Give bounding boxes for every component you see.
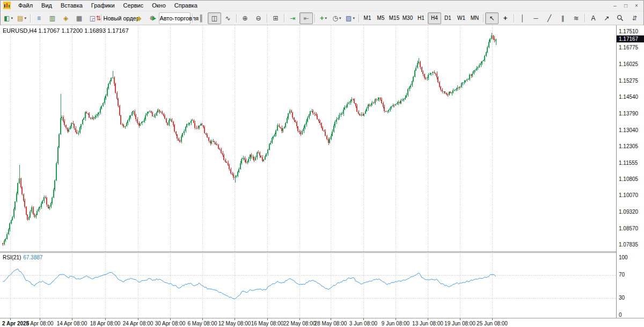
profiles-icon: ▤ [17,15,23,21]
periods-button[interactable]: ◷▾ [330,12,343,24]
menu-insert[interactable]: Вставка [56,1,87,10]
time-axis[interactable]: 2 Apr 20258 Apr 08:0014 Apr 08:0018 Apr … [0,318,644,327]
menu-file[interactable]: Файл [14,1,37,10]
fibonacci-button[interactable]: ≋ [569,12,583,24]
time-tick-mark [428,318,428,320]
close-button[interactable]: × [633,3,640,9]
horizontal-line-button[interactable]: ─ [529,12,543,24]
horizontal-line-icon: ─ [533,15,538,21]
metaeditor-button[interactable]: ◆ [132,12,145,24]
text-button[interactable]: A [587,12,600,24]
profiles-button[interactable]: ▤▾ [15,12,28,24]
indicators-button[interactable]: +▾ [317,12,330,24]
time-axis-label: 12 May 08:00 [218,321,251,326]
time-axis-label: 2 Apr 2025 [2,321,29,326]
dropdown-arrow-icon[interactable]: ▾ [339,16,341,20]
timeframe-m15-button[interactable]: M15 [387,12,401,24]
chart-info-line: EURUSD,H4 1.17067 1.17200 1.16893 1.1716… [3,27,129,34]
dropdown-arrow-icon[interactable]: ▾ [325,16,327,20]
dropdown-arrow-icon[interactable]: ▾ [11,16,13,20]
arrows-button[interactable]: ↗ [600,12,613,24]
search-button[interactable] [613,12,627,24]
new-chart-button[interactable]: ◧▾ [2,12,15,24]
timeframe-m30-button-label: M30 [402,15,413,21]
timeframe-h1-button[interactable]: H1 [414,12,428,24]
menu-window[interactable]: Окно [148,1,170,10]
price-tick-label: 1.13040 [619,127,638,134]
cursor-icon: ↖ [489,15,494,21]
time-tick-mark [170,318,171,320]
price-scale[interactable]: 1.175101.167751.160251.152751.145401.137… [616,25,644,318]
timeframe-h4-button[interactable]: H4 [428,12,441,24]
new-order-button[interactable]: ⇅Новый ордер [103,12,132,24]
timeframe-w1-button[interactable]: W1 [455,12,468,24]
timeframe-mn-button[interactable]: MN [468,12,481,24]
timeframe-m15-button-label: M15 [389,15,399,21]
toolbar-separator [584,14,585,23]
chart-shift-button[interactable]: ⇤ [299,12,313,24]
current-price-marker: 1.17167 [617,35,644,42]
toolbar-separator [514,14,514,23]
strategy-tester-icon: ◲ [90,15,96,21]
minimize-button[interactable]: – [612,3,618,9]
crosshair-button[interactable]: + [499,12,512,24]
time-tick-mark [235,318,235,320]
data-window-icon: ▥ [49,15,55,21]
time-axis-label: 8 Apr 08:00 [26,321,53,326]
market-watch-button[interactable]: ≡ [32,12,46,24]
toolbar-separator [314,14,315,23]
data-window-button[interactable]: ▥ [46,12,59,24]
zoom-in-button[interactable]: ⊕ [238,12,252,24]
time-tick-mark [10,318,11,320]
time-tick-mark [202,318,203,320]
price-tick-label: 1.15275 [619,78,638,84]
time-axis-label: 14 Apr 08:00 [57,321,87,326]
toolbar-options-icon: ⇵ [632,15,637,21]
price-tick-label: 1.10805 [619,176,638,183]
templates-icon: ▨ [346,15,352,21]
navigator-button[interactable]: ◈ [59,12,72,24]
toolbar: ◧▾▤▾≡▥◈▦◲⇅Новый ордер◆☸►Авто-торговля║◫∿… [0,11,644,25]
toolbar-right-controls: ⇵ [613,12,642,24]
timeframe-m1-button[interactable]: M1 [361,12,374,24]
dropdown-arrow-icon[interactable]: ▾ [353,16,355,20]
dropdown-arrow-icon[interactable]: ▾ [24,16,26,20]
auto-scroll-button[interactable]: ⇥ [286,12,299,24]
timeframe-d1-button[interactable]: D1 [441,12,455,24]
time-axis-label: 22 May 08:00 [283,321,316,326]
rsi-tick-label: 100 [619,255,628,261]
menu-service[interactable]: Сервис [119,1,148,10]
menu-charts[interactable]: Графики [87,1,119,10]
time-tick-mark [396,318,396,320]
price-tick-label: 1.14540 [619,94,638,100]
templates-button[interactable]: ▨▾ [343,12,357,24]
auto-scroll-icon: ⇥ [290,15,295,21]
channel-button[interactable]: ∥ [556,12,569,24]
time-axis-label: 19 Jun 08:00 [444,321,475,326]
zoom-out-button[interactable]: ⊖ [252,12,265,24]
chart-candles-button[interactable]: ◫ [208,12,221,24]
terminal-button[interactable]: ▦ [72,12,86,24]
chart-canvas[interactable] [0,25,616,318]
price-tick-label: 1.16775 [619,45,638,51]
chart-line-button[interactable]: ∿ [221,12,235,24]
metaeditor-icon: ◆ [136,15,141,21]
tile-windows-button[interactable]: ⊞ [269,12,282,24]
cursor-button[interactable]: ↖ [485,12,499,24]
menu-help[interactable]: Справка [170,1,202,10]
time-tick-mark [492,318,493,320]
timeframe-m30-button[interactable]: M30 [401,12,414,24]
channel-icon: ∥ [561,15,565,21]
menu-view[interactable]: Вид [37,1,56,10]
vertical-line-button[interactable]: │ [516,12,529,24]
pane-divider[interactable] [0,251,644,253]
restore-button[interactable]: □ [623,3,629,9]
timeframe-m5-button[interactable]: M5 [374,12,387,24]
auto-trading-button[interactable]: ►Авто-торговля [159,12,191,24]
chart-bars-button[interactable]: ║ [194,12,208,24]
text-icon: A [591,15,595,21]
toolbar-options-button[interactable]: ⇵ [628,12,641,24]
trendline-button[interactable]: ╱ [543,12,556,24]
timeframe-m1-button-label: M1 [364,15,371,21]
time-tick-mark [72,318,72,320]
